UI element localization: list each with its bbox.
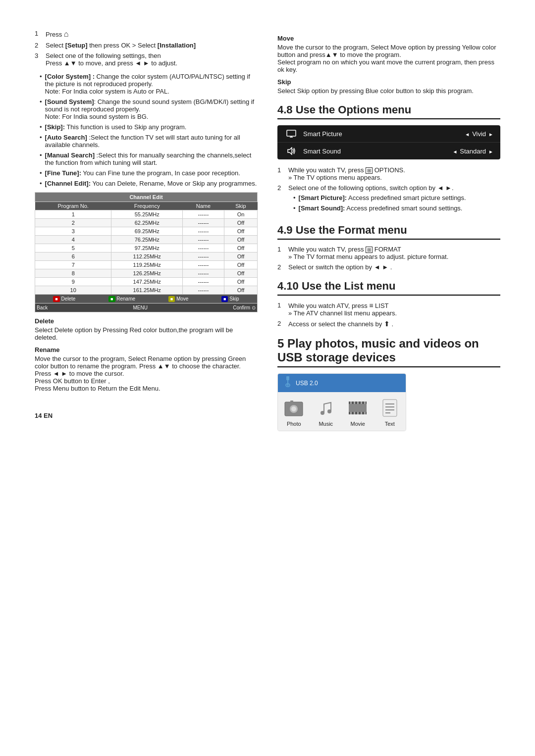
footer-delete: ■ Delete xyxy=(53,296,75,302)
table-row: 8126.25MHz------Off xyxy=(35,269,258,278)
list-steps: 1 While you watch ATV, press ≡ LIST The … xyxy=(277,302,500,328)
smart-sound-row: Smart Sound Standard xyxy=(277,143,500,159)
format-step-2: 2 Select or switch the option by ◄ ► . xyxy=(277,263,500,271)
photo-icon xyxy=(283,397,305,419)
table-row: 155.25MHz------On xyxy=(35,210,258,219)
svg-rect-12 xyxy=(290,401,293,403)
movie-icon xyxy=(347,397,369,419)
settings-bullets: [Color System] : Change the color system… xyxy=(35,73,258,187)
svg-rect-22 xyxy=(364,402,366,404)
usb-header: USB 2.0 xyxy=(278,374,406,392)
photo-label: Photo xyxy=(287,421,301,427)
intro-steps: Press ⌂ Select [Setup] then press OK > S… xyxy=(35,30,258,67)
svg-rect-26 xyxy=(361,412,362,414)
delete-text: Select Delete option by Pressing Red col… xyxy=(35,326,258,341)
table-row: 476.25MHz------Off xyxy=(35,236,258,244)
move-text: Move the cursor to the program, Select M… xyxy=(277,44,500,73)
bullet-sound-system: [Sound System]: Change the sound sound s… xyxy=(35,98,258,120)
svg-marker-3 xyxy=(288,148,292,154)
svg-point-13 xyxy=(321,411,324,415)
footer-move: ■ Move xyxy=(168,296,189,302)
skip-text: Select Skip option by pressing Blue colo… xyxy=(277,87,500,95)
section-49-heading: 4.9 Use the Format menu xyxy=(277,224,500,240)
smart-sound-label: Smart Sound xyxy=(303,148,452,155)
options-steps: 1 While you watch TV, press ⊞ OPTIONS. T… xyxy=(277,166,500,215)
svg-point-14 xyxy=(327,409,331,413)
svg-rect-25 xyxy=(357,412,359,414)
smart-picture-label: Smart Picture xyxy=(303,130,465,138)
bullet-auto-search: [Auto Search] :Select the function TV se… xyxy=(35,134,258,149)
smart-sound-left-arrow xyxy=(452,148,457,155)
smart-picture-right-arrow xyxy=(488,130,493,138)
usb-text-item: Text xyxy=(379,397,401,427)
sound-icon xyxy=(284,146,298,156)
step-3: Select one of the following settings, th… xyxy=(35,52,258,67)
skip-heading: Skip xyxy=(277,78,500,86)
options-sub-bullets: [Smart Picture]: Access predefined smart… xyxy=(288,194,466,212)
svg-point-11 xyxy=(291,406,296,411)
svg-rect-28 xyxy=(383,400,397,416)
table-row: 262.25MHz------Off xyxy=(35,219,258,227)
svg-rect-4 xyxy=(286,376,289,380)
list-step-2: 2 Access or select the channels by ⬆ . xyxy=(277,320,500,328)
rename-heading: Rename xyxy=(35,346,258,353)
svg-rect-0 xyxy=(287,130,296,136)
table-row: 6112.25MHz------Off xyxy=(35,252,258,261)
col-frequency: Frequency xyxy=(111,202,183,210)
bullet-skip: [Skip]: This function is used to Skip an… xyxy=(35,123,258,131)
main-layout: Press ⌂ Select [Setup] then press OK > S… xyxy=(35,30,500,431)
usb-icons-row: Photo Music xyxy=(278,392,406,431)
step-1: Press ⌂ xyxy=(35,30,258,39)
svg-rect-27 xyxy=(364,412,366,414)
table-row: 369.25MHz------Off xyxy=(35,227,258,236)
monitor-icon xyxy=(284,129,298,139)
section-410-heading: 4.10 Use the List menu xyxy=(277,280,500,296)
bullet-color-system: [Color System] : Change the color system… xyxy=(35,73,258,95)
left-column: Press ⌂ Select [Setup] then press OK > S… xyxy=(35,30,258,431)
section-48-heading: 4.8 Use the Options menu xyxy=(277,103,500,119)
options-step-1: 1 While you watch TV, press ⊞ OPTIONS. T… xyxy=(277,166,500,181)
svg-rect-21 xyxy=(361,402,362,404)
usb-label: USB 2.0 xyxy=(296,380,318,387)
smart-picture-left-arrow xyxy=(465,130,470,138)
table-row: 597.25MHz------Off xyxy=(35,244,258,252)
section-5-heading: 5 Play photos, music and videos on USB s… xyxy=(277,337,500,367)
svg-rect-18 xyxy=(350,402,352,404)
footer-skip: ■ Skip xyxy=(221,296,239,302)
menu-label: MENU xyxy=(133,305,147,310)
footer-rename: ■ Rename xyxy=(108,296,135,302)
col-skip: Skip xyxy=(224,202,257,210)
options-panel: Smart Picture Vivid Smart Sound xyxy=(277,125,500,159)
text-icon xyxy=(379,397,401,419)
rename-text: Move the cursor to the program, Select R… xyxy=(35,355,258,392)
smart-sound-value: Standard xyxy=(452,148,493,155)
right-column: Move Move the cursor to the program, Sel… xyxy=(277,30,500,431)
svg-rect-20 xyxy=(357,402,359,404)
bullet-fine-tune: [Fine Tune]: You can Fine tune the progr… xyxy=(35,169,258,177)
bullet-manual-search: [Manual Search] :Select this for manuall… xyxy=(35,151,258,166)
svg-rect-19 xyxy=(354,402,355,404)
usb-photo-item: Photo xyxy=(283,397,305,427)
bullet-channel-edit: [Channel Edit]: You can Delete, Rename, … xyxy=(35,180,258,187)
smart-sound-right-arrow xyxy=(488,148,493,155)
usb-panel: USB 2.0 Photo xyxy=(277,373,406,431)
col-name: Name xyxy=(182,202,224,210)
movie-label: Movie xyxy=(351,421,365,427)
smart-sound-bullet: [Smart Sound]: Access predefined smart s… xyxy=(288,204,466,212)
table-row: 7119.25MHz------Off xyxy=(35,261,258,269)
svg-rect-24 xyxy=(354,412,355,414)
table-row: 10161.25MHz------Off xyxy=(35,286,258,295)
page-number: 14 EN xyxy=(35,412,258,419)
delete-heading: Delete xyxy=(35,317,258,325)
svg-rect-23 xyxy=(350,412,352,414)
table-row: 9147.25MHz------Off xyxy=(35,278,258,286)
channel-edit-table: Channel Edit Program No. Frequency Name … xyxy=(35,192,258,312)
confirm-label: Confirm ⊙ xyxy=(233,305,256,310)
usb-movie-item: Movie xyxy=(347,397,369,427)
move-heading: Move xyxy=(277,35,500,42)
table-title: Channel Edit xyxy=(35,193,258,202)
col-program: Program No. xyxy=(35,202,111,210)
format-steps: 1 While you watch TV, press ⊞ FORMAT The… xyxy=(277,246,500,271)
svg-point-7 xyxy=(287,385,289,386)
format-step-1: 1 While you watch TV, press ⊞ FORMAT The… xyxy=(277,246,500,260)
